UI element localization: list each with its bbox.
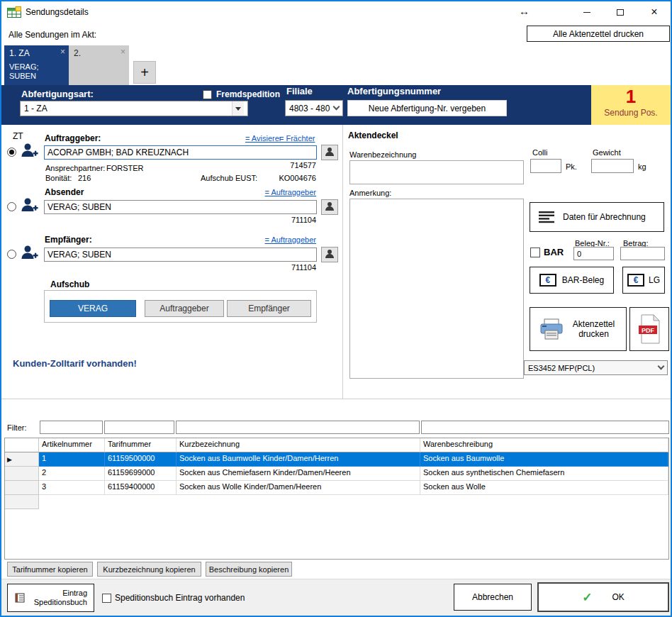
speditionsbuch-eintrag-label: Eintrag Speditionsbuch — [30, 589, 87, 607]
pdf-button[interactable]: PDF — [629, 307, 669, 351]
contact-add-icon[interactable] — [20, 142, 38, 162]
empfaenger-input[interactable] — [44, 248, 317, 262]
close-icon[interactable]: × — [121, 47, 125, 57]
contact-add-icon[interactable] — [20, 244, 38, 264]
person-icon — [325, 201, 335, 213]
cell-kurzbezeichnung[interactable]: Socken aus Chemiefasern Kinder/Damen/Hee… — [177, 467, 420, 481]
anmerkung-textarea[interactable] — [349, 199, 524, 379]
filter-artikelnummer-input[interactable] — [40, 421, 103, 434]
cell-kurzbezeichnung[interactable]: Socken aus Baumwolle Kinder/Damen/Herren — [177, 452, 420, 467]
print-all-aktenzettel-button[interactable]: Alle Aktenzettel drucken — [527, 26, 670, 42]
cell-warenbeschreibung[interactable]: Socken aus synthetischen Chemiefasern — [420, 467, 668, 481]
lg-button[interactable]: € LG — [622, 267, 665, 294]
cell-artikelnummer[interactable]: 3 — [39, 481, 105, 495]
bar-beleg-button[interactable]: € BAR-Beleg — [530, 267, 614, 294]
auftraggeber-input[interactable] — [44, 145, 317, 160]
row-selector[interactable] — [5, 467, 39, 481]
bar-checkbox[interactable] — [530, 248, 540, 257]
warenbezeichnung-input[interactable] — [349, 160, 524, 184]
neue-abfertigung-nr-button[interactable]: Neue Abfertigung-Nr. vergeben — [347, 100, 507, 116]
cell-tarifnummer[interactable]: 61159500000 — [105, 452, 177, 467]
column-header-warenbeschreibung[interactable]: Warenbeschreibung — [420, 438, 668, 452]
filiale-label: Filiale — [286, 86, 313, 96]
filter-tarifnummer-input[interactable] — [104, 421, 174, 434]
column-header-kurzbezeichnung[interactable]: Kurzbezeichnung — [177, 438, 420, 452]
auftraggeber-lookup-button[interactable] — [321, 145, 338, 160]
cell-kurzbezeichnung[interactable]: Socken aus Wolle Kinder/Damen/Heeren — [177, 481, 420, 495]
cell-warenbeschreibung[interactable]: Socken aus Wolle — [420, 481, 668, 495]
filter-kurzbezeichnung-input[interactable] — [176, 421, 420, 434]
auftraggeber-radio[interactable] — [7, 148, 16, 157]
beleg-nr-input[interactable] — [573, 247, 614, 260]
printer-select[interactable]: ES3452 MFP(PCL) — [524, 360, 668, 375]
speditionsbuch-checkbox-label: Speditionsbuch Eintrag vorhanden — [115, 593, 245, 603]
sendung-pos-label: Sendung Pos. — [604, 108, 657, 118]
abbrechen-button[interactable]: Abbrechen — [454, 584, 532, 611]
maximize-button[interactable] — [605, 1, 635, 23]
absender-auftraggeber-link[interactable]: = Auftraggeber — [257, 188, 316, 196]
cell-artikelnummer[interactable]: 2 — [39, 467, 105, 481]
check-icon: ✓ — [582, 590, 592, 605]
app-icon — [7, 6, 21, 21]
cell-tarifnummer[interactable]: 61159699000 — [105, 467, 177, 481]
cell-artikelnummer[interactable]: 1 — [39, 452, 105, 467]
zt-label: ZT — [13, 131, 23, 141]
contact-add-icon[interactable] — [20, 196, 38, 216]
section-divider — [1, 399, 671, 399]
resize-arrows-icon[interactable]: ↔ — [519, 5, 530, 17]
avisierer-link[interactable]: = Avisierer — [245, 134, 281, 143]
cell-tarifnummer[interactable]: 61159400000 — [105, 481, 177, 495]
bonitaet-value: 216 — [78, 174, 91, 182]
tab-shipment-1[interactable]: 1. ZA × VERAG; SUBEN — [4, 45, 69, 85]
sendung-pos-number: 1 — [626, 85, 636, 108]
table-row[interactable]: ▶ 1 61159500000 Socken aus Baumwolle Kin… — [5, 452, 668, 467]
aufschub-auftraggeber-button[interactable]: Auftraggeber — [145, 300, 224, 317]
daten-abrechnung-button[interactable]: Daten für Abrechnung — [530, 202, 664, 232]
table-row[interactable]: 3 61159400000 Socken aus Wolle Kinder/Da… — [5, 481, 668, 495]
copy-tarifnummer-button[interactable]: Tarifnummer kopieren — [7, 562, 93, 577]
empfaenger-lookup-button[interactable] — [321, 247, 338, 262]
ansprechpartner-label: Ansprechpartner: — [45, 164, 105, 172]
column-header-artikelnummer[interactable]: Artikelnummer — [39, 438, 105, 452]
abfertigungsart-select[interactable]: 1 - ZA — [20, 101, 248, 116]
sendung-pos-panel: 1 Sendung Pos. — [591, 85, 671, 125]
row-selector[interactable]: ▶ — [5, 452, 39, 467]
aufschub-empfaenger-button[interactable]: Empfänger — [227, 300, 311, 317]
copy-beschreibung-button[interactable]: Beschreibung kopieren — [206, 562, 292, 577]
minimize-button[interactable] — [572, 1, 602, 23]
speditionsbuch-eintrag-button[interactable]: Eintrag Speditionsbuch — [7, 584, 94, 612]
euro-icon: € — [539, 274, 556, 287]
betrag-input[interactable] — [620, 247, 665, 260]
close-button[interactable]: × — [639, 1, 669, 23]
close-icon[interactable]: × — [60, 47, 65, 57]
fraechter-link[interactable]: = Frächter — [279, 134, 315, 143]
absender-input[interactable] — [44, 200, 317, 214]
empfaenger-auftraggeber-link[interactable]: = Auftraggeber — [257, 235, 316, 244]
speditionsbuch-checkbox[interactable] — [102, 594, 111, 603]
column-header-tarifnummer[interactable]: Tarifnummer — [105, 438, 177, 452]
cell-warenbeschreibung[interactable]: Socken aus Baumwolle — [420, 452, 668, 467]
filiale-select[interactable]: 4803 - 480 — [285, 100, 343, 116]
auftraggeber-label: Auftraggeber: — [45, 133, 101, 143]
absender-radio[interactable] — [7, 202, 16, 211]
tab-shipment-2[interactable]: 2. × — [69, 45, 129, 85]
titlebar: Sendungsdetails ↔ × — [1, 1, 671, 23]
table-row[interactable]: 2 61159699000 Socken aus Chemiefasern Ki… — [5, 467, 668, 481]
aktenzettel-drucken-button[interactable]: Aktenzettel drucken — [530, 307, 627, 351]
table-new-row — [5, 495, 668, 509]
ok-button[interactable]: ✓ OK — [537, 582, 669, 612]
book-icon — [14, 592, 26, 604]
empfaenger-radio[interactable] — [7, 250, 16, 259]
gewicht-label: Gewicht — [593, 148, 621, 157]
absender-lookup-button[interactable] — [321, 199, 338, 215]
row-selector[interactable] — [5, 481, 39, 495]
aufschub-verag-button[interactable]: VERAG — [50, 300, 136, 317]
add-tab-button[interactable]: + — [133, 61, 156, 84]
gewicht-input[interactable] — [591, 159, 634, 173]
person-icon — [325, 147, 335, 158]
fremdspedition-checkbox[interactable] — [203, 90, 212, 99]
colli-input[interactable] — [530, 159, 561, 173]
filiale-value: 4803 - 480 — [289, 104, 330, 113]
copy-kurzbezeichnung-button[interactable]: Kurzbezeichnung kopieren — [97, 562, 201, 577]
filter-warenbeschreibung-input[interactable] — [421, 421, 669, 434]
